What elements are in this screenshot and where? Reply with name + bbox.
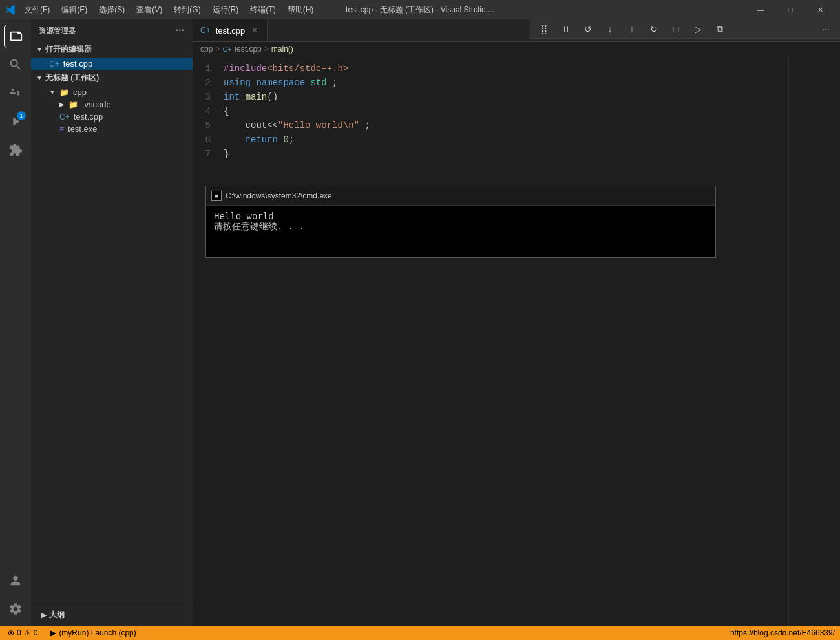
editor-area: 1 2 3 4 5 6 7 #include<bits/stdc++.h> us…: [193, 56, 840, 626]
test-cpp-name: test.cpp: [74, 112, 103, 122]
cmd-output-line2: 请按任意键继续. . .: [214, 221, 708, 233]
code-line-3: int main(): [224, 90, 788, 104]
settings-icon[interactable]: [4, 597, 27, 621]
debug-grid-icon[interactable]: ⣿: [535, 22, 553, 36]
vscode-icon: [5, 5, 16, 15]
run-icon[interactable]: 1: [4, 110, 27, 133]
outline-group[interactable]: ▶ 大纲: [36, 607, 187, 623]
breadcrumb-cpp[interactable]: cpp: [200, 45, 213, 54]
breadcrumb: cpp > C+ test.cpp > main(): [193, 42, 840, 56]
minimize-button[interactable]: —: [746, 0, 775, 19]
search-icon[interactable]: [4, 53, 27, 76]
debug-next-button[interactable]: ▷: [689, 22, 707, 36]
sidebar-more-button[interactable]: ···: [175, 25, 185, 36]
tab-label: test.cpp: [216, 26, 246, 36]
menu-terminal[interactable]: 终端(T): [245, 2, 280, 18]
cmd-body[interactable]: Hello world 请按任意键继续. . .: [206, 206, 715, 257]
code-line-5: cout<<"Hello world\n" ;: [224, 118, 788, 133]
test-exe-item[interactable]: ≡ test.exe: [31, 123, 193, 135]
status-bar: ⊗ 0 ⚠ 0 ▶ (myRun) Launch (cpp) https://b…: [0, 626, 840, 640]
sidebar: 资源管理器 ··· ▼ 打开的编辑器 C+ test.cpp ▼ 无标题 (工作…: [31, 19, 193, 626]
main-area: C+ test.cpp ✕ cpp > C+ test.cpp > main()…: [193, 19, 840, 626]
debug-stop-button[interactable]: □: [667, 22, 685, 36]
run-label: (myRun) Launch (cpp): [59, 628, 136, 637]
run-icon: ▶: [50, 628, 56, 637]
cmd-titlebar: ■ C:\windows\system32\cmd.exe: [206, 186, 715, 206]
token-main: main: [246, 90, 268, 104]
token-std: std: [305, 76, 332, 90]
token-brace-close: }: [224, 147, 229, 161]
token-parens: (): [267, 90, 278, 104]
test-exe-icon: ≡: [59, 125, 64, 134]
close-button[interactable]: ✕: [805, 0, 835, 19]
menu-file[interactable]: 文件(F): [19, 2, 55, 18]
url-label[interactable]: https://blog.csdn.net/E466339/: [730, 628, 835, 637]
open-file-name: test.cpp: [63, 59, 93, 69]
editor-content[interactable]: 1 2 3 4 5 6 7 #include<bits/stdc++.h> us…: [193, 56, 840, 626]
code-lines[interactable]: #include<bits/stdc++.h> using namespace …: [218, 56, 788, 626]
debug-step-over-button[interactable]: ↓: [601, 22, 619, 36]
token-indent2: [224, 133, 246, 147]
tab-test-cpp[interactable]: C+ test.cpp ✕: [193, 19, 268, 41]
token-include-path: <bits/stdc++.h>: [267, 61, 348, 76]
window-controls: — □ ✕: [746, 0, 835, 19]
cmd-popup: ■ C:\windows\system32\cmd.exe Hello worl…: [205, 186, 716, 258]
explorer-icon[interactable]: [4, 25, 27, 48]
debug-step-out-button[interactable]: ↑: [623, 22, 641, 36]
token-brace-open: {: [224, 104, 229, 118]
token-shift: <<: [267, 118, 278, 133]
run-status[interactable]: ▶ (myRun) Launch (cpp): [48, 628, 138, 637]
menu-goto[interactable]: 转到(G): [169, 2, 205, 18]
token-using: using: [224, 76, 251, 90]
open-editors-arrow: ▼: [36, 46, 43, 53]
menu-edit[interactable]: 编辑(E): [56, 2, 92, 18]
line-num-3: 3: [193, 90, 211, 104]
vscode-folder-item[interactable]: ▶ 📁 .vscode: [31, 98, 193, 111]
debug-toolbar: ⣿ ⏸ ↺ ↓ ↑ ↻ □ ▷ ⧉ ···: [530, 19, 840, 39]
open-file-item[interactable]: C+ test.cpp: [31, 58, 193, 70]
open-editors-group[interactable]: ▼ 打开的编辑器: [31, 41, 193, 58]
line-num-1: 1: [193, 61, 211, 76]
debug-continue-button[interactable]: ↻: [645, 22, 663, 36]
debug-restart-button[interactable]: ↺: [579, 22, 597, 36]
line-num-6: 6: [193, 133, 211, 147]
account-icon[interactable]: [4, 569, 27, 592]
workspace-group[interactable]: ▼ 无标题 (工作区): [31, 70, 193, 86]
cpp-folder-item[interactable]: ▼ 📁 cpp: [31, 86, 193, 98]
debug-layout-button[interactable]: ⧉: [711, 22, 729, 36]
code-line-4: {: [224, 104, 788, 118]
breadcrumb-sep1: >: [215, 45, 220, 54]
menu-select[interactable]: 选择(S): [94, 2, 130, 18]
menu-run[interactable]: 运行(R): [207, 2, 244, 18]
code-line-6: return 0;: [224, 133, 788, 147]
extensions-icon[interactable]: [4, 138, 27, 162]
line-numbers: 1 2 3 4 5 6 7: [193, 56, 218, 626]
token-space2: [240, 90, 245, 104]
debug-more-button[interactable]: ···: [817, 22, 835, 36]
vscode-folder-name: .vscode: [82, 100, 111, 109]
token-cout: cout: [246, 118, 268, 133]
test-cpp-item[interactable]: C+ test.cpp: [31, 111, 193, 123]
debug-pause-button[interactable]: ⏸: [557, 22, 575, 36]
breadcrumb-file[interactable]: test.cpp: [235, 45, 262, 54]
warning-count: 0: [34, 628, 38, 637]
error-count: 0: [17, 628, 21, 637]
menu-help[interactable]: 帮助(H): [282, 2, 319, 18]
menu-view[interactable]: 查看(V): [131, 2, 167, 18]
vscode-folder-icon: 📁: [68, 100, 78, 109]
breadcrumb-func[interactable]: main(): [271, 45, 293, 54]
status-right: https://blog.csdn.net/E466339/: [730, 628, 835, 637]
test-cpp-icon: C+: [59, 112, 70, 122]
source-control-icon[interactable]: [4, 81, 27, 105]
token-namespace: namespace: [256, 76, 305, 90]
line-num-5: 5: [193, 118, 211, 133]
error-icon: ⊗: [8, 628, 14, 637]
workspace-arrow: ▼: [36, 74, 43, 81]
maximize-button[interactable]: □: [775, 0, 805, 19]
error-status[interactable]: ⊗ 0 ⚠ 0: [5, 628, 40, 637]
open-editors-label: 打开的编辑器: [45, 44, 92, 55]
tab-close-button[interactable]: ✕: [250, 25, 259, 36]
outline-section: ▶ 大纲: [31, 604, 193, 626]
line-num-2: 2: [193, 76, 211, 90]
app-layout: 1 资源管理器 ···: [0, 19, 840, 626]
